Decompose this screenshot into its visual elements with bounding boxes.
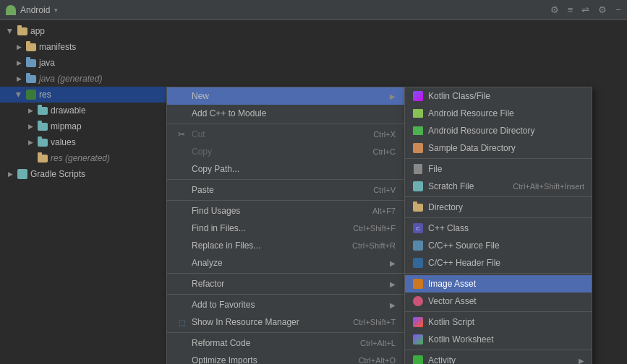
folder-res-icon — [26, 90, 36, 100]
context-menu-favorites[interactable]: Add to Favorites ▶ — [167, 296, 404, 313]
sub-separator-1 — [405, 158, 592, 159]
tree-label-values: values — [51, 137, 76, 147]
copy-path-icon — [176, 163, 187, 175]
cpp-source-icon — [412, 240, 424, 251]
submenu-sample-data[interactable]: Sample Data Directory — [405, 139, 592, 157]
submenu-kotlin-class[interactable]: Kotlin Class/File — [405, 87, 592, 105]
submenu-scratch-file[interactable]: Scratch File Ctrl+Alt+Shift+Insert — [405, 178, 592, 195]
submenu-new: Kotlin Class/File Android Resource File … — [404, 87, 592, 364]
submenu-kotlin-worksheet[interactable]: Kotlin Worksheet — [405, 331, 592, 348]
submenu-kotlin-script-label: Kotlin Script — [428, 317, 584, 327]
title-bar-left: Android ▾ — [6, 5, 550, 15]
resource-mgr-icon: ⬚ — [176, 316, 187, 328]
find-files-icon — [176, 222, 187, 234]
submenu-cpp-source[interactable]: C/C++ Source File — [405, 237, 592, 254]
context-menu-find-files-label: Find in Files... — [192, 223, 338, 233]
add-cpp-icon — [176, 108, 187, 119]
settings-icon[interactable]: ⚙ — [550, 4, 559, 15]
replace-files-icon — [176, 240, 187, 251]
context-menu-optimize[interactable]: Optimize Imports Ctrl+Alt+O — [167, 352, 404, 364]
context-menu-refactor[interactable]: Refactor ▶ — [167, 275, 404, 292]
folder-manifests-icon — [26, 43, 36, 51]
context-menu-copy-label: Copy — [192, 147, 359, 157]
context-menu-new[interactable]: New ▶ — [167, 87, 404, 105]
favorites-arrow: ▶ — [390, 301, 396, 309]
submenu-cpp-class[interactable]: C C++ Class — [405, 220, 592, 237]
favorites-icon — [176, 299, 187, 311]
submenu-directory-label: Directory — [428, 202, 584, 212]
submenu-cpp-source-label: C/C++ Source File — [428, 240, 584, 251]
resource-mgr-shortcut: Ctrl+Shift+T — [353, 318, 396, 326]
tree-item-drawable[interactable]: ▶ drawable — [0, 103, 166, 118]
folder-drawable-icon — [38, 107, 48, 115]
submenu-kotlin-script[interactable]: Kotlin Script — [405, 313, 592, 331]
optimize-icon — [176, 355, 187, 364]
context-menu-cut: ✂ Cut Ctrl+X — [167, 126, 404, 143]
submenu-android-res-file-label: Android Resource File — [428, 108, 584, 118]
sub-separator-3 — [405, 217, 592, 218]
submenu-cpp-header[interactable]: C/C++ Header File — [405, 254, 592, 272]
sub-separator-6 — [405, 350, 592, 350]
tree-label-drawable: drawable — [51, 105, 86, 116]
context-menu-add-cpp[interactable]: Add C++ to Module — [167, 105, 404, 122]
paste-icon — [176, 184, 187, 196]
separator-4 — [167, 273, 404, 274]
expand-res-icon: ▶ — [14, 90, 23, 99]
context-menu-new-label: New — [192, 91, 390, 101]
copy-icon — [176, 146, 187, 157]
submenu-activity[interactable]: Activity ▶ — [405, 352, 592, 364]
tree-item-values[interactable]: ▶ values — [0, 134, 166, 150]
context-menu-copy: Copy Ctrl+C — [167, 143, 404, 160]
copy-shortcut: Ctrl+C — [373, 147, 396, 156]
folder-java-icon — [26, 59, 36, 67]
submenu-android-res-file[interactable]: Android Resource File — [405, 105, 592, 122]
context-menu-paste[interactable]: Paste Ctrl+V — [167, 181, 404, 199]
kotlin-script-icon — [412, 316, 424, 328]
directory-icon — [412, 202, 424, 213]
context-menu-reformat[interactable]: Reformat Code Ctrl+Alt+L — [167, 334, 404, 352]
submenu-android-res-dir[interactable]: Android Resource Directory — [405, 122, 592, 139]
dropdown-arrow-icon[interactable]: ▾ — [54, 6, 58, 14]
gear-icon[interactable]: ⚙ — [598, 4, 607, 15]
folder-mipmap-icon — [38, 123, 48, 131]
submenu-vector-asset[interactable]: Vector Asset — [405, 292, 592, 310]
layout-icon[interactable]: ⇌ — [581, 4, 589, 15]
tree-label-gradle: Gradle Scripts — [30, 169, 85, 179]
submenu-directory[interactable]: Directory — [405, 199, 592, 216]
context-menu-optimize-label: Optimize Imports — [192, 355, 344, 364]
submenu-file[interactable]: File — [405, 160, 592, 178]
tree-item-java-generated[interactable]: ▶ java (generated) — [0, 71, 166, 87]
tree-item-manifests[interactable]: ▶ manifests — [0, 39, 166, 55]
tree-item-java[interactable]: ▶ java — [0, 55, 166, 71]
tree-label-manifests: manifests — [39, 42, 76, 52]
new-icon — [176, 90, 187, 102]
context-menu-find-files[interactable]: Find in Files... Ctrl+Shift+F — [167, 220, 404, 237]
submenu-vector-asset-label: Vector Asset — [428, 296, 584, 306]
tree-item-app[interactable]: ▶ app — [0, 23, 166, 39]
list-icon[interactable]: ≡ — [568, 4, 573, 15]
cut-shortcut: Ctrl+X — [373, 130, 396, 139]
android-res-file-icon — [412, 108, 424, 119]
context-menu-replace-files[interactable]: Replace in Files... Ctrl+Shift+R — [167, 237, 404, 254]
analyze-arrow: ▶ — [390, 259, 396, 267]
tree-item-mipmap[interactable]: ▶ mipmap — [0, 118, 166, 134]
context-menu-copy-path[interactable]: Copy Path... — [167, 160, 404, 178]
minimize-icon[interactable]: − — [615, 4, 621, 15]
context-menu-analyze[interactable]: Analyze ▶ — [167, 254, 404, 272]
android-res-dir-icon — [412, 125, 424, 136]
tree-item-res[interactable]: ▶ res — [0, 87, 166, 103]
context-menu-find-usages[interactable]: Find Usages Alt+F7 — [167, 202, 404, 220]
folder-res-gen-icon — [38, 155, 48, 162]
tree-item-res-generated[interactable]: ▶ res (generated) — [0, 150, 166, 166]
context-menu-favorites-label: Add to Favorites — [192, 300, 390, 310]
expand-gradle-icon: ▶ — [6, 170, 14, 178]
separator-3 — [167, 200, 404, 201]
new-submenu-arrow: ▶ — [390, 92, 396, 100]
submenu-image-asset[interactable]: Image Asset — [405, 275, 592, 292]
context-menu-resource-manager[interactable]: ⬚ Show In Resource Manager Ctrl+Shift+T — [167, 313, 404, 331]
tree-item-gradle[interactable]: ▶ Gradle Scripts — [0, 166, 166, 182]
folder-java-gen-icon — [26, 75, 36, 83]
sub-separator-2 — [405, 196, 592, 197]
folder-values-icon — [38, 139, 48, 147]
context-menu-reformat-label: Reformat Code — [192, 338, 346, 348]
